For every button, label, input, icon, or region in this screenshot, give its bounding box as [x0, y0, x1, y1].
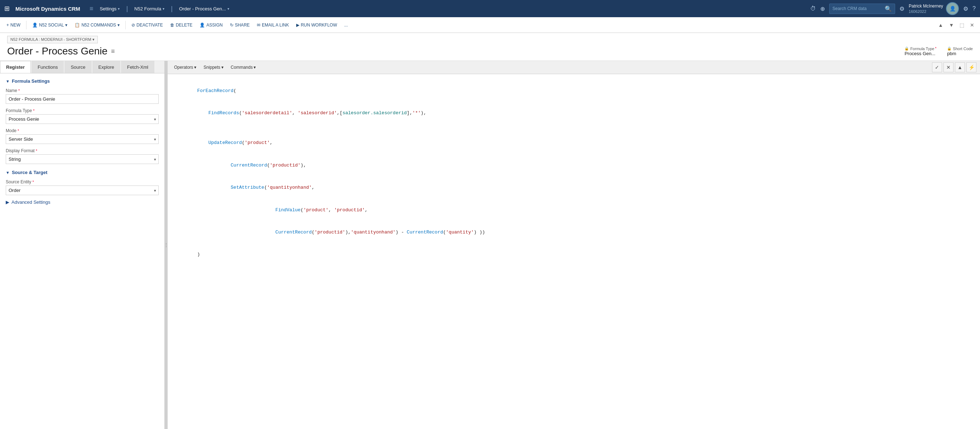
social-icon: 👤 [32, 22, 38, 28]
validate-button[interactable]: ✓ [932, 62, 942, 72]
close-icon[interactable]: ✕ [968, 21, 977, 29]
commands-caret: ▾ [118, 22, 119, 28]
commands-icon: 📋 [75, 22, 80, 28]
add-icon[interactable]: ⊕ [820, 5, 825, 12]
expand-icon[interactable]: ⬚ [958, 21, 966, 29]
main-toolbar: + NEW 👤 N52 SOCIAL ▾ 📋 N52 COMMANDS ▾ ⊘ … [0, 17, 980, 33]
email-link-button[interactable]: ✉ EMAIL A LINK [254, 21, 292, 29]
new-icon: + [6, 22, 9, 28]
n52-social-button[interactable]: 👤 N52 SOCIAL ▾ [29, 21, 70, 29]
nav-pipe-2: | [171, 5, 173, 13]
formula-type-required: * [33, 108, 34, 113]
operators-caret: ▾ [194, 65, 196, 70]
name-label: Name * [6, 88, 159, 93]
n52-commands-button[interactable]: 📋 N52 COMMANDS ▾ [72, 21, 123, 29]
app-title: Microsoft Dynamics CRM [15, 6, 80, 12]
assign-icon: 👤 [199, 22, 205, 28]
down-arrow[interactable]: ▼ [947, 21, 956, 29]
help-icon[interactable]: ? [972, 5, 976, 12]
formula-caret: ▾ [162, 7, 164, 11]
code-editor[interactable]: ForEachRecord( FindRecords('salesorderde… [168, 74, 980, 429]
code-line-7: FindValue('product', 'productid', [175, 199, 973, 221]
order-caret: ▾ [228, 7, 229, 11]
delete-button[interactable]: 🗑 DELETE [167, 21, 196, 29]
search-input[interactable] [832, 6, 883, 11]
mode-required: * [18, 129, 19, 133]
sep-1 [26, 21, 27, 29]
source-target-caret: ▼ [6, 170, 10, 175]
name-input[interactable] [6, 94, 159, 104]
tab-source[interactable]: Source [64, 61, 91, 73]
tab-register[interactable]: Register [0, 61, 31, 73]
code-line-1: ForEachRecord( [175, 80, 973, 102]
formula-type-select[interactable]: Process Genie Standard Rollup [6, 114, 159, 124]
nav-formula[interactable]: N52 Formula ▾ [132, 5, 167, 13]
source-target-header[interactable]: ▼ Source & Target [6, 170, 159, 175]
right-panel: Operators ▾ Snippets ▾ Commands ▾ ✓ ✕ ▲ … [168, 61, 980, 429]
mode-select[interactable]: Server Side Client Side [6, 134, 159, 144]
nav-divider-1: ≡ [89, 5, 94, 13]
new-button[interactable]: + NEW [3, 21, 23, 29]
gear-icon[interactable]: ⚙ [963, 5, 968, 12]
name-field-group: Name * [6, 88, 159, 104]
main-content: Register Functions Source Explore Fetch-… [0, 61, 980, 429]
required-star-1: * [935, 46, 936, 51]
share-button[interactable]: ↻ SHARE [227, 21, 253, 29]
source-entity-select[interactable]: Order Contact Account [6, 186, 159, 195]
operators-button[interactable]: Operators ▾ [171, 64, 199, 71]
title-menu-icon[interactable]: ≡ [111, 48, 115, 55]
mode-select-wrap: Server Side Client Side ▾ [6, 134, 159, 144]
deactivate-icon: ⊘ [132, 22, 135, 28]
left-panel: Register Functions Source Explore Fetch-… [0, 61, 165, 429]
code-line-4: UpdateRecord('product', [175, 132, 973, 154]
page-title-bar: Order - Process Genie ≡ 🔒 Formula Type *… [0, 43, 980, 60]
tab-explore[interactable]: Explore [92, 61, 120, 73]
share-icon: ↻ [230, 22, 234, 28]
meta-formula-type: 🔒 Formula Type * Process Gen... [904, 46, 936, 56]
code-line-8: CurrentRecord('productid'),'quantityonha… [175, 221, 973, 243]
collapse-button[interactable]: ▲ [955, 62, 965, 72]
display-format-select[interactable]: String Integer Decimal Date [6, 154, 159, 164]
history-icon[interactable]: ⏱ [810, 5, 816, 12]
code-line-6: SetAttribute('quantityonhand', [175, 176, 973, 199]
up-arrow[interactable]: ▲ [936, 21, 945, 29]
toolbar-right: ▲ ▼ ⬚ ✕ [936, 21, 977, 29]
nav-right: ⏱ ⊕ 🔍 ⚙ Patrick McInerney 16062022 👤 ⚙ ? [810, 2, 976, 15]
tab-functions[interactable]: Functions [32, 61, 64, 73]
formula-settings-header[interactable]: ▼ Formula Settings [6, 78, 159, 84]
display-format-required: * [36, 149, 37, 153]
app-grid-icon[interactable]: ⊞ [4, 5, 10, 13]
social-caret: ▾ [65, 22, 67, 28]
nav-pipe-1: | [126, 5, 128, 13]
short-code-value: pbm [947, 51, 973, 56]
commands-button[interactable]: Commands ▾ [228, 64, 259, 71]
email-icon: ✉ [257, 22, 260, 28]
search-icon[interactable]: 🔍 [885, 5, 892, 12]
panel-splitter[interactable]: ⋮ [165, 61, 168, 429]
display-format-field-group: Display Format * String Integer Decimal … [6, 148, 159, 164]
nav-settings[interactable]: Settings ▾ [97, 5, 123, 13]
more-button[interactable]: ... [341, 21, 351, 29]
nav-order[interactable]: Order - Process Gen... ▾ [176, 5, 232, 13]
formula-settings-caret: ▼ [6, 79, 10, 83]
mode-field-group: Mode * Server Side Client Side ▾ [6, 128, 159, 144]
display-format-label: Display Format * [6, 148, 159, 153]
source-entity-select-wrap: Order Contact Account ▾ [6, 186, 159, 195]
tab-fetch-xml[interactable]: Fetch-Xml [121, 61, 154, 73]
advanced-caret: ▶ [6, 199, 9, 205]
run-workflow-button[interactable]: ▶ RUN WORKFLOW [293, 21, 340, 29]
deactivate-button[interactable]: ⊘ DEACTIVATE [129, 21, 166, 29]
breadcrumb-bar: N52 FORMULA : MODERNUI - SHORTFORM ▾ [0, 33, 980, 43]
run-button[interactable]: ⚡ [966, 62, 977, 72]
snippets-button[interactable]: Snippets ▾ [200, 64, 226, 71]
assign-button[interactable]: 👤 ASSIGN [197, 21, 225, 29]
settings-icon[interactable]: ⚙ [899, 5, 904, 12]
cancel-code-button[interactable]: ✕ [943, 62, 953, 72]
breadcrumb[interactable]: N52 FORMULA : MODERNUI - SHORTFORM ▾ [7, 36, 98, 43]
user-id: 16062022 [909, 9, 943, 14]
search-box: 🔍 [829, 3, 895, 14]
source-target-divider: ▼ Source & Target [6, 170, 159, 175]
lock-icon-2: 🔒 [947, 46, 951, 51]
title-section: N52 FORMULA : MODERNUI - SHORTFORM ▾ Ord… [0, 33, 980, 61]
advanced-settings-header[interactable]: ▶ Advanced Settings [6, 199, 159, 205]
